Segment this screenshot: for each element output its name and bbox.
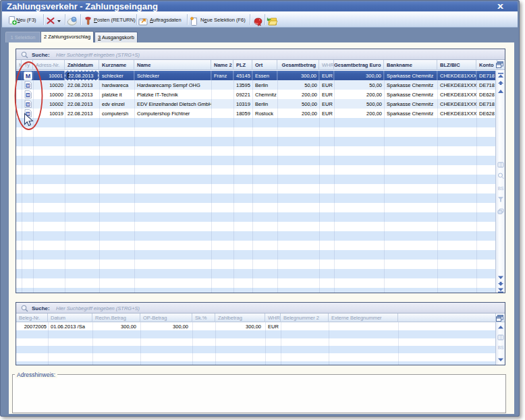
svg-text:M: M <box>26 93 30 97</box>
svg-text:M: M <box>26 73 31 80</box>
svg-text:BS: BS <box>498 345 504 350</box>
svg-text:M: M <box>26 102 30 107</box>
svg-text:M: M <box>26 112 30 116</box>
svg-text:BS: BS <box>498 186 504 191</box>
svg-text:M: M <box>26 84 30 88</box>
